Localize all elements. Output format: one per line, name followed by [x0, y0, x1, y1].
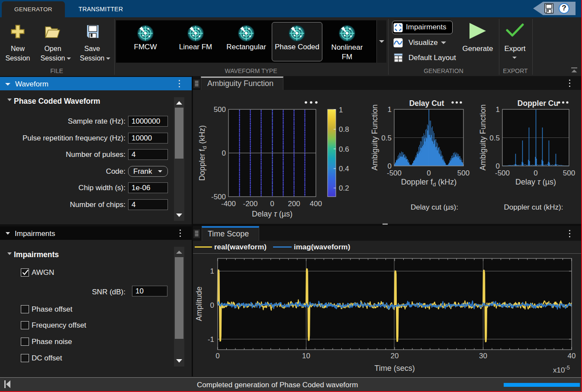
svg-text:500: 500	[563, 169, 575, 177]
svg-text:40: 40	[568, 352, 576, 360]
svg-text:Doppler Cu: Doppler Cu	[518, 99, 558, 108]
svg-text:30: 30	[479, 352, 487, 360]
svg-text:0: 0	[222, 149, 226, 157]
svg-text:Delay τ (µs): Delay τ (µs)	[252, 210, 293, 218]
svg-text:Time (secs): Time (secs)	[374, 364, 415, 373]
svg-text:0: 0	[210, 301, 214, 309]
svg-text:-200: -200	[243, 200, 257, 208]
svg-text:Delay cut (µs):: Delay cut (µs):	[411, 203, 458, 211]
svg-text:0: 0	[270, 200, 274, 208]
svg-text:Ambiguity Function: Ambiguity Function	[370, 104, 379, 170]
svg-text:Ambiguity Function: Ambiguity Function	[479, 104, 487, 170]
svg-text:-400: -400	[221, 200, 236, 208]
svg-text:1: 1	[339, 106, 343, 114]
svg-text:0.4: 0.4	[339, 165, 349, 173]
svg-text:0.8: 0.8	[339, 125, 349, 134]
svg-text:1: 1	[496, 105, 500, 114]
svg-text:400: 400	[310, 200, 322, 208]
svg-text:Doppler fd (kHz): Doppler fd (kHz)	[401, 178, 457, 188]
svg-text:Delay Cut: Delay Cut	[409, 99, 444, 108]
svg-text:0: 0	[534, 169, 537, 177]
svg-text:0: 0	[215, 352, 219, 360]
svg-text:0.5: 0.5	[489, 134, 500, 142]
svg-text:Amplitude: Amplitude	[195, 287, 203, 321]
svg-text:-1: -1	[208, 335, 214, 344]
svg-text:1: 1	[210, 267, 214, 275]
svg-text:200: 200	[288, 200, 300, 208]
svg-text:-500: -500	[495, 169, 510, 177]
svg-text:x10-5: x10-5	[553, 364, 570, 374]
svg-text:500: 500	[214, 105, 226, 114]
svg-text:0.2: 0.2	[339, 184, 349, 192]
svg-text:1: 1	[388, 105, 392, 114]
svg-text:0.5: 0.5	[381, 134, 392, 142]
svg-text:0: 0	[427, 169, 431, 177]
svg-text:Delay τ (µs): Delay τ (µs)	[515, 178, 556, 186]
svg-text:10: 10	[302, 352, 310, 360]
svg-text:500: 500	[457, 169, 469, 177]
svg-text:0.6: 0.6	[339, 145, 349, 153]
svg-text:-500: -500	[387, 169, 402, 177]
svg-text:Doppler cut (kHz):: Doppler cut (kHz):	[504, 203, 563, 211]
svg-text:Doppler fd (kHz): Doppler fd (kHz)	[198, 125, 208, 181]
svg-text:20: 20	[391, 352, 399, 360]
